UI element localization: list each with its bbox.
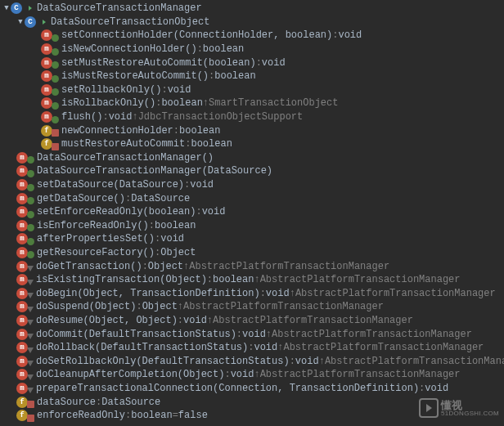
method-row[interactable]: misNewConnectionHolder(): boolean <box>0 43 504 56</box>
separator: : <box>290 356 295 367</box>
method-row[interactable]: msetDataSource(DataSource): void <box>0 178 504 192</box>
return-type: void <box>338 29 362 41</box>
method-icon: m <box>16 329 28 340</box>
member-signature: DataSourceTransactionManager() <box>37 152 214 164</box>
method-icon: m <box>41 111 52 123</box>
override-arrow-icon: ↑ <box>290 288 295 299</box>
member-signature: doCleanupAfterCompletion(Object) <box>36 369 224 380</box>
return-type: Object <box>142 301 178 312</box>
method-icon: m <box>16 301 28 312</box>
method-row[interactable]: mdoSetRollbackOnly(DefaultTransactionSta… <box>0 354 504 368</box>
private-badge-icon <box>52 143 59 150</box>
member-signature: doSuspend(Object) <box>36 301 136 312</box>
method-row[interactable]: misMustRestoreAutoCommit(): boolean <box>0 70 504 83</box>
method-row[interactable]: mdoBegin(Object, TransactionDefinition):… <box>0 286 504 300</box>
method-row[interactable]: msetEnforceReadOnly(boolean): void <box>0 205 504 219</box>
member-signature: isMustRestoreAutoCommit() <box>61 70 209 82</box>
member-signature: enforceReadOnly <box>37 410 125 421</box>
separator: : <box>209 70 214 82</box>
method-row[interactable]: mafterPropertiesSet(): void <box>0 232 504 246</box>
method-icon: m <box>16 288 28 299</box>
chevron-down-icon[interactable]: ▼ <box>2 4 11 12</box>
member-signature: isNewConnectionHolder() <box>61 43 197 55</box>
equals: = <box>173 410 178 421</box>
field-row[interactable]: fnewConnectionHolder: boolean <box>0 123 504 137</box>
return-type: Object <box>160 247 196 258</box>
member-signature: doBegin(Object, TransactionDefinition) <box>36 288 260 299</box>
method-icon: m <box>41 29 52 41</box>
method-row[interactable]: mdoResume(Object, Object): void ↑Abstrac… <box>0 314 504 328</box>
method-row[interactable]: misRollbackOnly(): boolean ↑SmartTransac… <box>0 96 504 110</box>
separator: : <box>125 410 131 421</box>
method-row[interactable]: msetRollbackOnly(): void <box>0 83 504 97</box>
separator: : <box>196 206 201 217</box>
override-arrow-icon: ↑ <box>203 97 209 109</box>
method-row[interactable]: msetConnectionHolder(ConnectionHolder, b… <box>0 29 504 43</box>
method-icon: m <box>41 70 52 82</box>
method-row[interactable]: misEnforceReadOnly(): boolean <box>0 219 504 233</box>
field-row[interactable]: fmustRestoreAutoCommit: boolean <box>0 137 504 151</box>
class-row-root[interactable]: ▼ C DataSourceTransactionManager <box>0 2 504 16</box>
method-icon: m <box>41 43 52 55</box>
method-row[interactable]: mDataSourceTransactionManager(DataSource… <box>0 164 504 178</box>
return-type: void <box>160 233 184 244</box>
method-row[interactable]: mprepareTransactionalConnection(Connecti… <box>0 382 504 396</box>
public-badge-icon <box>27 170 34 177</box>
member-signature: doCommit(DefaultTransactionStatus) <box>36 329 236 340</box>
impl-badge-icon <box>27 320 34 325</box>
method-icon: m <box>16 165 28 177</box>
return-type: DataSource <box>101 397 160 408</box>
method-icon: m <box>16 179 28 191</box>
member-signature: getResourceFactory() <box>37 247 155 258</box>
class-row-inner[interactable]: ▼ C DataSourceTransactionObject <box>0 16 504 29</box>
separator: : <box>248 342 254 353</box>
public-badge-icon <box>27 197 34 204</box>
separator: : <box>256 57 262 69</box>
override-arrow-icon: ↑ <box>319 356 325 367</box>
method-row[interactable]: mdoCleanupAfterCompletion(Object): void … <box>0 368 504 382</box>
field-row[interactable]: fdataSource: DataSource <box>0 395 504 409</box>
method-icon: m <box>16 247 28 258</box>
member-signature: afterPropertiesSet() <box>37 233 155 244</box>
public-badge-icon <box>52 61 59 69</box>
method-row[interactable]: mgetResourceFactory(): Object <box>0 246 504 260</box>
public-badge-icon <box>27 184 34 191</box>
method-row[interactable]: misExistingTransaction(Object): boolean … <box>0 273 504 287</box>
impl-badge-icon <box>27 388 34 393</box>
structure-tree[interactable]: ▼ C DataSourceTransactionManager ▼ C Dat… <box>0 0 504 426</box>
impl-badge-icon <box>27 374 34 380</box>
public-badge-icon <box>27 211 34 218</box>
return-type: boolean <box>213 274 254 285</box>
impl-badge-icon <box>27 280 34 285</box>
impl-badge-icon <box>27 334 34 339</box>
member-signature: doRollback(DefaultTransactionStatus) <box>36 342 248 353</box>
method-row[interactable]: mflush(): void ↑JdbcTransactionObjectSup… <box>0 110 504 124</box>
private-badge-icon <box>27 415 34 422</box>
override-arrow-icon: ↑ <box>178 301 183 312</box>
method-icon: m <box>16 261 28 272</box>
method-row[interactable]: mDataSourceTransactionManager() <box>0 151 504 165</box>
separator: : <box>185 138 191 150</box>
method-row[interactable]: mdoRollback(DefaultTransactionStatus): v… <box>0 341 504 355</box>
separator: : <box>155 247 160 258</box>
return-type: void <box>183 315 207 326</box>
member-signature: isRollbackOnly() <box>61 97 155 109</box>
field-row[interactable]: fenforceReadOnly: boolean = false <box>0 409 504 423</box>
method-row[interactable]: mdoGetTransaction(): Object ↑AbstractPla… <box>0 259 504 273</box>
separator: : <box>197 43 203 55</box>
method-icon: m <box>16 233 28 244</box>
method-row[interactable]: mdoSuspend(Object): Object ↑AbstractPlat… <box>0 300 504 314</box>
method-row[interactable]: mdoCommit(DefaultTransactionStatus): voi… <box>0 327 504 341</box>
separator: : <box>96 397 101 408</box>
override-source: AbstractPlatformTransactionManager <box>283 342 484 353</box>
public-badge-icon <box>52 75 59 83</box>
run-icon <box>24 2 35 14</box>
chevron-down-icon[interactable]: ▼ <box>16 18 25 26</box>
field-initializer: false <box>178 410 208 421</box>
method-row[interactable]: mgetDataSource(): DataSource <box>0 191 504 205</box>
override-arrow-icon: ↑ <box>266 329 272 340</box>
method-row[interactable]: msetMustRestoreAutoCommit(boolean): void <box>0 56 504 70</box>
return-type: void <box>242 329 266 340</box>
separator: : <box>184 179 190 191</box>
member-signature: isExistingTransaction(Object) <box>36 274 207 285</box>
